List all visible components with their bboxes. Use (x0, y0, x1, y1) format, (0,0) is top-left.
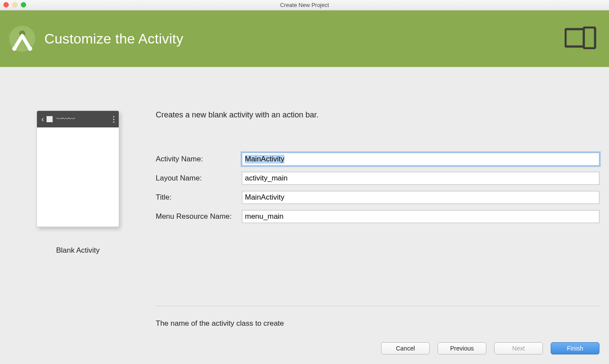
window-titlebar: Create New Project (0, 0, 609, 10)
wizard-title: Customize the Activity (44, 31, 184, 47)
layout-name-label: Layout Name: (156, 174, 242, 183)
svg-rect-5 (584, 27, 595, 48)
layout-name-row: Layout Name: (156, 172, 599, 185)
separator (156, 306, 599, 306)
title-label: Title: (156, 193, 242, 202)
wizard-button-row: Cancel Previous Next Finish (381, 342, 599, 354)
wizard-body: ‹ 〰〰〰 Blank Activity Creates a new blank… (0, 67, 609, 364)
next-button: Next (494, 342, 543, 354)
wizard-header: Customize the Activity (0, 10, 609, 67)
zoom-window-button[interactable] (21, 2, 26, 7)
app-icon-placeholder (47, 116, 53, 122)
menu-resource-input[interactable] (242, 210, 599, 223)
activity-name-label: Activity Name: (156, 155, 242, 164)
field-hint: The name of the activity class to create (156, 319, 599, 328)
template-description: Creates a new blank activity with an act… (156, 110, 599, 120)
activity-preview-pane: ‹ 〰〰〰 Blank Activity (0, 67, 156, 364)
close-window-button[interactable] (3, 2, 9, 7)
activity-name-input[interactable] (242, 153, 599, 166)
svg-point-2 (12, 47, 17, 51)
form-pane: Creates a new blank activity with an act… (156, 67, 609, 364)
cancel-button[interactable]: Cancel (381, 342, 430, 354)
form-factor-icon (565, 27, 597, 51)
title-input[interactable] (242, 191, 599, 204)
activity-name-row: Activity Name: (156, 153, 599, 166)
svg-point-3 (28, 47, 32, 51)
minimize-window-button[interactable] (12, 2, 17, 7)
title-placeholder-icon: 〰〰〰 (56, 115, 74, 123)
activity-preview: ‹ 〰〰〰 (37, 110, 119, 227)
android-studio-logo-icon (8, 24, 37, 53)
back-chevron-icon: ‹ (41, 115, 44, 124)
layout-name-input[interactable] (242, 172, 599, 185)
window-title: Create New Project (280, 2, 329, 8)
activity-template-name: Blank Activity (56, 246, 100, 255)
finish-button[interactable]: Finish (551, 342, 599, 354)
title-row: Title: (156, 191, 599, 204)
preview-action-bar: ‹ 〰〰〰 (37, 111, 119, 127)
overflow-menu-icon (113, 116, 114, 123)
menu-resource-row: Menu Resource Name: (156, 210, 599, 223)
menu-resource-label: Menu Resource Name: (156, 212, 242, 221)
previous-button[interactable]: Previous (438, 342, 486, 354)
window-controls (3, 2, 26, 7)
